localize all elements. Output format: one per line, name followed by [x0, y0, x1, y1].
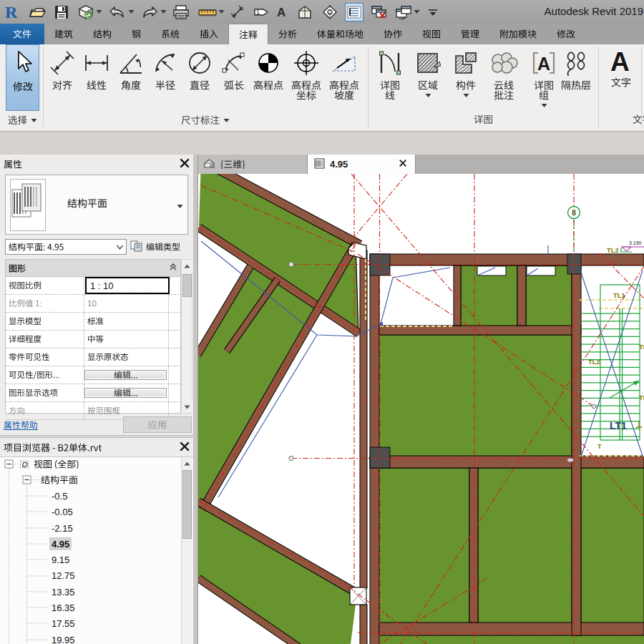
- properties-scrollbar[interactable]: [181, 259, 192, 414]
- ribbon-tab-0[interactable]: [0, 24, 44, 44]
- scrollbar-thumb[interactable]: [182, 470, 192, 539]
- scroll-up-icon[interactable]: [182, 260, 192, 272]
- sync-dropdown[interactable]: [96, 3, 108, 21]
- tag-icon[interactable]: 1: [253, 3, 276, 21]
- property-row[interactable]: [6, 366, 180, 384]
- close-project-browser-icon[interactable]: [179, 441, 190, 452]
- ribbon-button-隔热层[interactable]: [557, 46, 595, 90]
- panel-label-select[interactable]: [6, 114, 39, 125]
- ribbon-tab-9[interactable]: [374, 24, 412, 44]
- redo-icon[interactable]: [140, 3, 160, 21]
- tree-item-level-4.95[interactable]: 4.95: [49, 537, 72, 550]
- scroll-up-icon[interactable]: [182, 457, 192, 469]
- close-properties-icon[interactable]: [179, 157, 190, 169]
- type-selector-dropdown-icon[interactable]: [177, 201, 183, 211]
- measure-dropdown[interactable]: [218, 3, 230, 21]
- ribbon-button-云线批注[interactable]: [485, 46, 522, 100]
- tree-item-structural-plans[interactable]: [41, 474, 78, 486]
- property-row[interactable]: [6, 331, 180, 348]
- modify-button[interactable]: [6, 44, 39, 111]
- ribbon-tab-7[interactable]: [268, 24, 307, 44]
- tree-item-level--0.5[interactable]: -0.5: [49, 489, 69, 502]
- property-row[interactable]: 1 : 10: [6, 277, 180, 295]
- tree-item-level-16.35[interactable]: 16.35: [49, 601, 77, 614]
- scroll-down-icon[interactable]: [182, 401, 192, 413]
- customize-icon[interactable]: [427, 3, 441, 21]
- edit-button[interactable]: [84, 370, 167, 380]
- ribbon-button-文字[interactable]: A: [605, 46, 638, 87]
- print-icon[interactable]: [172, 3, 198, 21]
- ribbon-button-直径[interactable]: [182, 46, 217, 90]
- save-icon[interactable]: [54, 3, 77, 21]
- ribbon-button-线性[interactable]: [79, 46, 114, 90]
- tree-item-level-12.75[interactable]: 12.75: [49, 569, 77, 582]
- ribbon-button-区域[interactable]: [409, 46, 447, 100]
- panel-label-detail[interactable]: [371, 114, 595, 125]
- view-tab-3d[interactable]: [198, 155, 308, 174]
- property-row[interactable]: [6, 384, 180, 402]
- panel-label-text[interactable]: [633, 114, 644, 125]
- edit-button[interactable]: [84, 388, 167, 398]
- ribbon-button-高程点[interactable]: [251, 46, 286, 90]
- property-row[interactable]: [6, 348, 180, 366]
- ribbon-tab-8[interactable]: [307, 24, 374, 44]
- section-icon[interactable]: [322, 3, 345, 21]
- properties-help-link[interactable]: [4, 421, 38, 430]
- sync-icon[interactable]: [77, 3, 96, 21]
- switch-windows-icon[interactable]: [395, 3, 414, 21]
- tree-item-level-17.55[interactable]: 17.55: [49, 617, 77, 630]
- property-row[interactable]: 10: [6, 295, 180, 313]
- tree-item-views-root[interactable]: [34, 458, 79, 470]
- switch-windows-dropdown[interactable]: [414, 3, 427, 21]
- ribbon-button-半径[interactable]: [148, 46, 182, 90]
- aligned-dimension-icon[interactable]: [230, 3, 253, 21]
- ribbon-tab-3[interactable]: [122, 24, 151, 44]
- property-group-header[interactable]: [6, 260, 180, 277]
- ribbon-tab-1[interactable]: [44, 24, 83, 44]
- property-row[interactable]: [6, 313, 180, 331]
- ribbon-tab-2[interactable]: [83, 24, 122, 44]
- scrollbar-thumb[interactable]: [182, 274, 192, 297]
- close-view-icon[interactable]: [399, 159, 409, 170]
- undo-icon[interactable]: [108, 3, 128, 21]
- ribbon-button-对齐[interactable]: [45, 46, 79, 90]
- ribbon-tab-11[interactable]: [451, 24, 489, 44]
- type-combo[interactable]: [5, 239, 127, 255]
- panel-drawing-divider[interactable]: [193, 155, 198, 644]
- tree-item-level-9.15[interactable]: 9.15: [49, 553, 72, 566]
- ribbon-tab-10[interactable]: [412, 24, 451, 44]
- ribbon-button-详图线[interactable]: [371, 46, 409, 100]
- tree-item-level--0.05[interactable]: -0.05: [49, 505, 75, 518]
- collapse-group-icon[interactable]: [169, 263, 177, 273]
- apply-button[interactable]: [123, 416, 192, 433]
- ribbon-button-高程点坡度[interactable]: [327, 46, 361, 100]
- ribbon-tab-12[interactable]: [489, 24, 547, 44]
- ribbon-button-高程点坐标[interactable]: [289, 46, 323, 100]
- thin-lines-icon[interactable]: [345, 3, 364, 21]
- ribbon-tab-4[interactable]: [151, 24, 190, 44]
- view-tab-495[interactable]: 4.95: [308, 155, 416, 174]
- ribbon-tab-13[interactable]: [547, 24, 585, 44]
- revit-logo-icon[interactable]: R: [4, 3, 29, 21]
- panel-label-dimension[interactable]: [45, 114, 366, 125]
- ribbon-button-角度[interactable]: [114, 46, 148, 90]
- measure-icon[interactable]: [198, 3, 218, 21]
- browser-scrollbar[interactable]: [181, 457, 192, 644]
- edit-type-button[interactable]: [130, 239, 192, 255]
- default-3d-view-icon[interactable]: [296, 3, 322, 21]
- tree-item-level--2.15[interactable]: -2.15: [49, 522, 75, 535]
- undo-dropdown[interactable]: [128, 3, 140, 21]
- ribbon-tab-5[interactable]: [190, 24, 228, 44]
- text-icon[interactable]: A: [276, 3, 296, 21]
- ribbon-button-弧长[interactable]: [217, 46, 251, 90]
- type-selector[interactable]: [5, 175, 188, 235]
- ribbon-tab-6[interactable]: [228, 24, 268, 44]
- drawing-canvas[interactable]: 8 3.150 TL2 TL1 TL2 TL2 TL2 T LT1: [198, 174, 644, 644]
- ribbon-button-构件[interactable]: [447, 46, 484, 100]
- redo-dropdown[interactable]: [160, 3, 172, 21]
- view-scale-input[interactable]: 1 : 10: [85, 277, 170, 294]
- tree-item-level-13.35[interactable]: 13.35: [49, 585, 77, 598]
- tree-item-level-19.95[interactable]: 19.95: [49, 633, 77, 644]
- open-icon[interactable]: [29, 3, 54, 21]
- close-hidden-windows-icon[interactable]: [371, 3, 395, 21]
